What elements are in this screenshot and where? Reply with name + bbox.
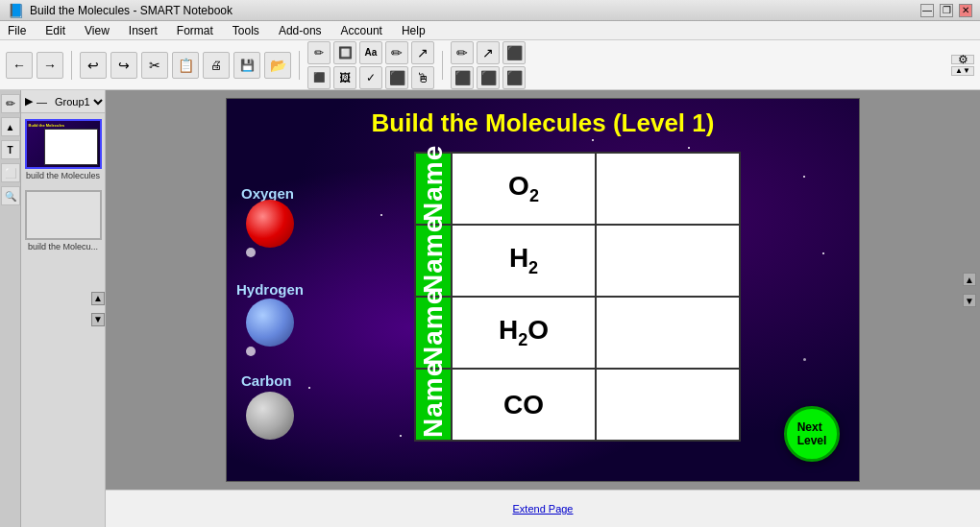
tb-print-button[interactable]: 🖨 [203,52,230,79]
below-slide: Extend Page [106,490,980,527]
hydrogen-small-sphere [246,347,256,356]
next-level-label: NextLevel [797,420,827,448]
slide-canvas: Build the Molecules (Level 1) Oxygen Hyd… [226,98,860,482]
tb-save-button[interactable]: 💾 [233,52,260,79]
sidebar-header: ▶ — Group1 [21,90,105,113]
table-row-1: Name O2 [415,153,740,225]
tb-forward-button[interactable]: → [37,52,63,79]
tb-redo-button[interactable]: ↪ [110,52,137,79]
oxygen-sphere[interactable] [246,200,294,248]
slide-thumbnail-2[interactable]: build the Molecu... [25,190,102,252]
expand-icon: ▶ [25,95,33,108]
tb-open-button[interactable]: 📂 [264,52,291,79]
menu-bar: File Edit View Insert Format Tools Add-o… [0,21,980,40]
sidebar: ✏ ▲ T ⬜ 🔍 ▶ — Group1 Buil [0,90,106,527]
name-cell-2: Name [415,225,452,297]
formula-cell-h2: H2 [452,225,596,297]
answer-cell-h2o[interactable] [596,297,740,369]
slide-thumbnail-1[interactable]: Build the Molecules build the Molecules [25,119,102,180]
minimize-button[interactable]: — [920,4,934,17]
window-controls: — ❐ ✕ [920,4,972,17]
right-page-down-button[interactable]: ▼ [963,294,976,307]
menu-edit[interactable]: Edit [41,22,69,39]
page-down-button[interactable]: ▼ [91,313,105,326]
tb-shape-button[interactable]: 🔲 [333,41,356,64]
tb-text-button[interactable]: Aa [359,41,382,64]
tb-undo-button[interactable]: ↩ [80,52,107,79]
answer-cell-co[interactable] [596,369,740,441]
tb-extra4-button[interactable]: ⬛ [451,66,474,89]
menu-addons[interactable]: Add-ons [275,22,326,39]
tb-eraser-button[interactable]: ✏ [385,41,408,64]
menu-insert[interactable]: Insert [125,22,161,39]
hydrogen-label: Hydrogen [236,281,304,298]
slide-area: Build the Molecules (Level 1) Oxygen Hyd… [106,90,980,490]
tb-image-button[interactable]: 🖼 [333,66,356,89]
window-title: Build the Molecules - SMART Notebook [30,4,233,17]
carbon-label: Carbon [241,372,292,389]
tb-line-button[interactable]: ↗ [411,41,434,64]
content-area: Build the Molecules (Level 1) Oxygen Hyd… [106,90,980,527]
restore-button[interactable]: ❐ [940,4,953,17]
tb-extra6-button[interactable]: ⬛ [502,66,526,89]
tb-back-button[interactable]: ← [6,52,33,79]
tb-cursor-button[interactable]: 🖱 [411,66,434,89]
answer-cell-o2[interactable] [596,153,740,225]
tb-pen-button[interactable]: ✏ [307,41,331,64]
formula-cell-h2o: H2O [452,297,596,369]
extend-page-link[interactable]: Extend Page [513,503,574,515]
tb-extra2-button[interactable]: ↗ [477,41,500,64]
tb-extra1-button[interactable]: ✏ [451,41,474,64]
slide-thumb-label-2: build the Molecu... [25,242,102,252]
title-bar: 📘 Build the Molecules - SMART Notebook —… [0,0,980,21]
slide-thumb-label-1: build the Molecules [25,171,102,180]
carbon-sphere[interactable] [246,392,294,440]
molecule-table: Name O2 Name H2 Name H2O [414,152,741,442]
tb-check-button[interactable]: ✓ [359,66,382,89]
page-up-button[interactable]: ▲ [91,292,105,305]
sidebar-tool-text[interactable]: T [1,140,20,159]
menu-view[interactable]: View [81,22,113,39]
menu-format[interactable]: Format [173,22,217,39]
toolbar: ← → ↩ ↪ ✂ 📋 🖨 💾 📂 ✏ 🔲 Aa ✏ ↗ ⬛ 🖼 ✓ ⬛ 🖱 ✏… [0,40,980,90]
group-selector[interactable]: Group1 [51,95,106,108]
menu-file[interactable]: File [4,22,30,39]
close-button[interactable]: ✕ [959,4,972,17]
menu-account[interactable]: Account [337,22,386,39]
tb-select-button[interactable]: ⬛ [307,66,331,89]
table-row-3: Name H2O [415,297,740,369]
sidebar-tool-shape[interactable]: ▲ [1,117,20,136]
sidebar-tool-pen[interactable]: ✏ [1,94,20,113]
answer-cell-h2[interactable] [596,225,740,297]
hydrogen-sphere[interactable] [246,299,294,347]
next-level-button[interactable]: NextLevel [784,406,840,462]
minus-icon: — [37,96,47,108]
tb-paste-button[interactable]: 📋 [172,52,199,79]
name-cell-1: Name [415,153,452,225]
table-row-4: Name CO [415,369,740,441]
main-area: ✏ ▲ T ⬜ 🔍 ▶ — Group1 Buil [0,90,980,527]
tb-extra5-button[interactable]: ⬛ [477,66,500,89]
tb-extra3-button[interactable]: ⬛ [502,41,526,64]
expand-button[interactable]: ▲▼ [951,66,974,76]
settings-button[interactable]: ⚙ [951,55,974,64]
tb-cut-button[interactable]: ✂ [141,52,168,79]
app-icon: 📘 [8,3,24,18]
oxygen-small-sphere [246,248,256,257]
formula-cell-co: CO [452,369,596,441]
slide-title: Build the Molecules (Level 1) [372,108,715,138]
slide-thumbnails: Build the Molecules build the Molecules … [21,113,105,257]
right-page-up-button[interactable]: ▲ [963,273,976,286]
sidebar-tool-zoom[interactable]: 🔍 [1,186,20,205]
tb-fill-button[interactable]: ⬛ [385,66,408,89]
table-row-2: Name H2 [415,225,740,297]
formula-cell-o2: O2 [452,153,596,225]
sidebar-tool-eraser[interactable]: ⬜ [1,163,20,182]
mol-grid: Name O2 Name H2 Name H2O [414,152,741,442]
name-cell-4: Name [415,369,452,441]
menu-tools[interactable]: Tools [229,22,263,39]
menu-help[interactable]: Help [398,22,429,39]
name-cell-3: Name [415,297,452,369]
